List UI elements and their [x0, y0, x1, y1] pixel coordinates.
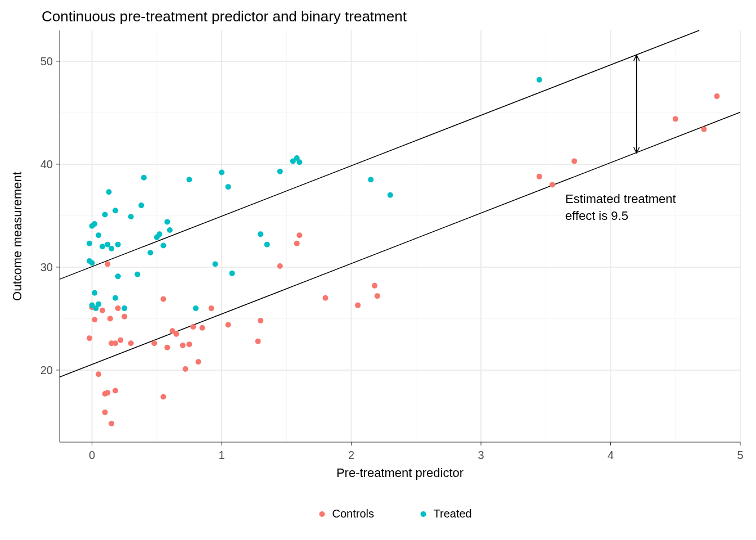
data-point [128, 340, 134, 346]
data-point [96, 302, 101, 307]
data-point [92, 221, 97, 227]
data-point [186, 177, 192, 182]
x-tick-label: 1 [219, 449, 225, 461]
data-point [102, 212, 108, 218]
data-point [100, 244, 105, 249]
data-point [180, 343, 186, 348]
x-axis-label: Pre-treatment predictor [336, 466, 464, 480]
data-point [164, 345, 170, 350]
data-point [572, 158, 577, 164]
data-point [277, 169, 283, 174]
data-point [87, 335, 92, 341]
data-point [112, 208, 118, 213]
data-point [277, 263, 283, 269]
data-point [701, 127, 706, 132]
data-point [109, 421, 114, 426]
annotation-line: Estimated treatment [565, 192, 676, 206]
data-point [258, 231, 263, 237]
data-point [115, 305, 121, 311]
data-point [160, 242, 166, 248]
data-point [226, 322, 231, 327]
legend-label: Treated [434, 507, 472, 520]
data-point [138, 202, 144, 208]
chart-title: Continuous pre-treatment predictor and b… [42, 8, 407, 25]
y-tick-label: 50 [40, 55, 53, 68]
data-point [92, 317, 97, 322]
data-point [167, 227, 173, 233]
data-point [160, 394, 166, 399]
data-point [105, 261, 110, 267]
data-point [375, 293, 380, 299]
x-tick-label: 0 [89, 449, 95, 461]
y-axis-label: Outcome measurement [10, 172, 24, 301]
data-point [147, 250, 153, 255]
data-point [550, 182, 555, 188]
data-point [209, 305, 214, 311]
data-point [102, 410, 108, 415]
data-point [112, 295, 118, 301]
data-point [388, 192, 393, 198]
data-point [141, 175, 147, 181]
data-point [537, 174, 542, 179]
data-point [255, 339, 261, 344]
plot-panel [60, 30, 740, 442]
legend-label: Controls [332, 507, 374, 520]
data-point [673, 116, 678, 122]
y-tick-label: 40 [40, 158, 53, 170]
data-point [164, 219, 170, 224]
data-point [190, 324, 196, 330]
x-tick-label: 4 [608, 449, 614, 461]
data-point [134, 272, 140, 277]
data-point [322, 295, 328, 301]
x-tick-label: 3 [478, 449, 484, 461]
data-point [115, 242, 121, 248]
data-point [173, 331, 179, 337]
data-point [193, 305, 199, 311]
data-point [87, 241, 92, 246]
data-point [156, 231, 162, 237]
data-point [219, 170, 224, 176]
legend-swatch [320, 511, 325, 517]
y-tick-label: 20 [40, 364, 53, 376]
data-point [183, 366, 188, 372]
data-point [196, 359, 201, 364]
data-point [128, 214, 134, 219]
data-point [92, 290, 97, 296]
scatter-plot: Estimated treatmenteffect is 9.501234520… [0, 0, 756, 540]
data-point [296, 159, 302, 165]
y-tick-label: 30 [40, 261, 53, 273]
data-point [294, 241, 300, 246]
data-point [112, 340, 118, 346]
data-point [109, 246, 114, 251]
data-point [368, 177, 374, 182]
data-point [105, 242, 110, 248]
data-point [112, 388, 118, 394]
chart-container: Continuous pre-treatment predictor and b… [0, 0, 756, 540]
annotation-line: effect is 9.5 [565, 209, 628, 223]
data-point [213, 261, 218, 267]
data-point [230, 271, 235, 276]
data-point [122, 305, 127, 311]
legend: ControlsTreated [320, 507, 472, 520]
data-point [118, 338, 123, 343]
data-point [258, 318, 263, 323]
data-point [264, 242, 270, 248]
data-point [186, 341, 192, 347]
data-point [105, 390, 110, 395]
data-point [115, 273, 121, 279]
data-point [96, 371, 101, 377]
data-point [296, 232, 302, 238]
data-point [107, 316, 113, 321]
data-point [372, 283, 377, 289]
legend-swatch [421, 511, 426, 517]
data-point [96, 232, 101, 238]
x-tick-label: 2 [348, 449, 354, 461]
data-point [160, 296, 166, 302]
data-point [226, 184, 231, 190]
data-point [537, 77, 542, 83]
data-point [714, 93, 720, 99]
data-point [200, 325, 205, 331]
data-point [89, 260, 95, 266]
data-point [100, 308, 105, 313]
data-point [122, 314, 127, 320]
